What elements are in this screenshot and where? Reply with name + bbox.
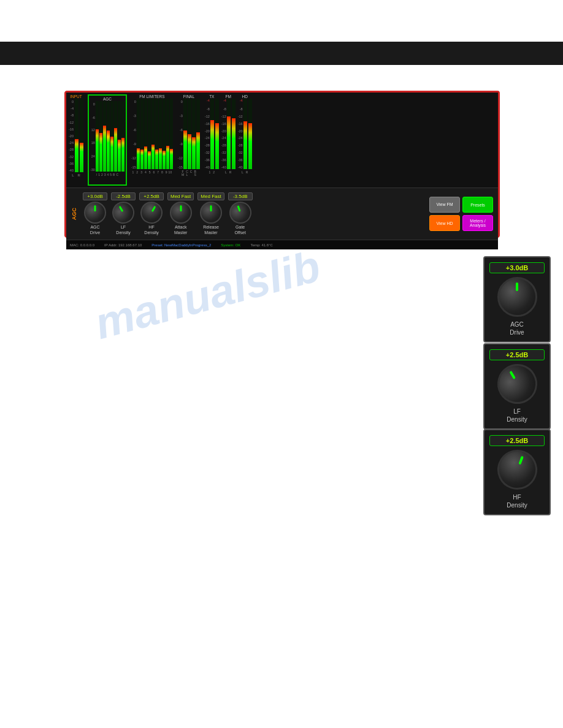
meters-analysis-button[interactable]: Meters / Analysis [462,215,493,231]
lf-density-knob[interactable] [108,198,138,228]
fml-ch-3 [144,99,147,169]
status-system: System: OK [221,243,240,247]
fml-ch-6 [155,99,158,169]
button-grid: View FM Presets View HD Meters / Analysi… [429,197,493,231]
final-ch-BS [196,99,200,169]
large-lf-density-value: +2.5dB [489,349,545,360]
fml-lbl-7: 7 [157,170,159,174]
final-lbl-BS: BS [194,170,196,176]
fml-ch-7 [159,99,162,169]
fml-lbl-2: 2 [136,170,138,174]
input-ch-L: L [72,173,74,177]
large-agc-drive-label: AGC Drive [510,320,524,336]
final-label: FINAL [183,94,194,99]
fm-limiters-label: FM LIMITERS [139,94,164,99]
gate-offset-label: GateOffset [234,225,246,235]
gate-offset-value: -3.5dB [228,192,253,200]
agc-drive-value: +3.0dB [83,192,107,200]
controls-section: AGC +3.0dB AGCDrive -2.5dB LFDensity +2.… [66,188,498,240]
meters-analysis-label: Meters / Analysis [463,219,492,227]
agc-section: AGC 0 -6 12 18 24 -30 [88,94,127,186]
large-hf-density-knob[interactable] [491,444,542,495]
gate-offset-group: -3.5dB GateOffset [228,192,253,235]
input-section: INPUT 0 -4 -8 -12 -16 -20 -24 -28 -32 -3… [69,94,83,186]
tx-lbl-2: 2 [213,170,215,174]
agc-ch-C [121,101,124,172]
large-agc-drive-value: +3.0dB [489,262,545,273]
presets-button[interactable]: Presets [462,197,493,213]
fml-lbl-9: 9 [166,170,167,174]
agc-ch-4 [110,101,113,172]
agc-drive-group: +3.0dB AGCDrive [83,192,107,235]
meters-area: INPUT 0 -4 -8 -12 -16 -20 -24 -28 -32 -3… [66,93,498,188]
large-lf-density-knob[interactable] [490,357,545,411]
fml-lbl-10: 10 [169,170,172,174]
large-knob-lf-density: +2.5dB LF Density [483,343,551,430]
agc-ch-label-5: 5 [110,173,112,176]
watermark: manualslib [90,241,326,349]
large-hf-density-value: +2.5dB [489,435,545,446]
fml-lbl-6: 6 [153,170,155,174]
lf-density-label: LFDensity [116,225,130,235]
fml-lbl-1: 1 [132,170,134,174]
input-meter-L [75,99,79,172]
agc-drive-knob[interactable] [84,202,106,224]
attack-master-value: Med Fast [167,192,194,200]
release-master-knob[interactable] [200,202,222,224]
agc-label-top: AGC [103,97,112,101]
agc-ch-label-3: 3 [104,173,106,176]
hf-density-value: +2.5dB [139,192,164,200]
attack-master-knob[interactable] [170,202,192,224]
large-lf-density-label: LF Density [507,408,527,423]
tx-section: TX -4 -8 -12 -16 -20 -24 -28 -32 -36 -40 [205,94,219,186]
large-knob-agc-drive: +3.0dB AGC Drive [483,256,551,343]
fml-lbl-3: 3 [140,170,142,174]
view-hd-button[interactable]: View HD [429,215,460,231]
input-meter-R [80,99,83,172]
input-label: INPUT [70,94,82,99]
agc-ch-label-1: 1 [98,173,100,176]
tx-ch-2 [215,99,219,169]
agc-ch-label-4: 4 [107,173,109,176]
final-section: FINAL 0 -3 -6 -9 -12 -15 FM [178,94,200,186]
agc-ch-label-2: 2 [101,173,103,176]
attack-master-group: Med Fast AttackMaster [167,192,194,235]
agc-ch-label-B: B [113,173,115,176]
fm-lbl-L: L [225,170,227,174]
fml-lbl-8: 8 [161,170,163,174]
final-lbl-FM: FM [182,170,184,176]
large-hf-density-label: HF Density [507,493,527,509]
agc-ch-5 [114,101,117,172]
status-mac: MAC: 0.0.0.0.0 [70,243,94,247]
fml-ch-4 [148,99,151,169]
hd-lbl-L: L [242,170,243,174]
agc-ch-B [118,101,121,172]
large-agc-drive-knob[interactable] [497,277,537,317]
fml-ch-1 [137,99,140,169]
agc-ch-1 [99,101,102,172]
gate-offset-knob[interactable] [226,199,255,227]
tx-label: TX [209,94,214,99]
tx-ch-1 [210,99,214,169]
fm-limiters-section: FM LIMITERS 0 -3 -6 -9 -12 -15 [131,94,173,186]
tx-lbl-1: 1 [209,170,211,174]
hf-density-knob[interactable] [136,198,166,228]
hd-output-section: HD -4 -8 -12 -16 -20 -24 -28 -32 -36 -40 [238,94,252,186]
final-ch-C [192,99,196,169]
agc-ch-3 [107,101,110,172]
plugin-container: INPUT 0 -4 -8 -12 -16 -20 -24 -28 -32 -3… [64,91,500,238]
status-bar: MAC: 0.0.0.0.0 IP Addr: 192.168.67.10 Pr… [66,240,498,249]
lf-density-value: -2.5dB [111,192,136,200]
view-fm-button[interactable]: View FM [429,197,460,213]
fm-ch-L [227,99,231,169]
attack-master-label: AttackMaster [174,225,187,235]
hd-lbl-R: R [246,170,248,174]
fml-ch-2 [140,99,144,169]
large-knob-hf-density: +2.5dB HF Density [483,429,551,515]
agc-ch-slash [96,101,99,172]
final-ch-CL [188,99,191,169]
button-row-top: View FM Presets [429,197,493,213]
final-ch-FM [183,99,187,169]
final-lbl-C: C [190,170,193,176]
fm-output-label: FM [226,94,231,99]
